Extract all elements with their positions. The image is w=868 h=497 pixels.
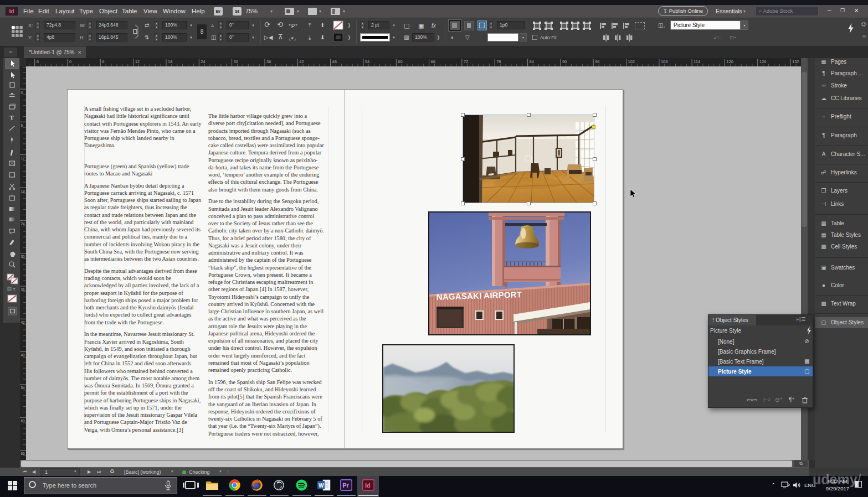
svg-text:0: 0 bbox=[21, 91, 23, 95]
svg-text:0: 0 bbox=[69, 59, 71, 64]
svg-text:42: 42 bbox=[21, 320, 25, 324]
svg-text:84: 84 bbox=[530, 59, 534, 64]
svg-text:6: 6 bbox=[102, 59, 104, 64]
svg-text:108: 108 bbox=[661, 59, 668, 64]
svg-text:Pr: Pr bbox=[343, 482, 349, 489]
svg-text:72: 72 bbox=[464, 59, 468, 64]
svg-text:114: 114 bbox=[694, 59, 700, 64]
svg-text:24: 24 bbox=[201, 59, 205, 64]
svg-text:12: 12 bbox=[21, 156, 25, 160]
svg-text:120: 120 bbox=[727, 59, 734, 64]
svg-text:126: 126 bbox=[759, 59, 767, 64]
svg-text:24: 24 bbox=[21, 222, 25, 226]
svg-text:T: T bbox=[13, 287, 16, 292]
svg-text:60: 60 bbox=[21, 419, 25, 423]
svg-text:12: 12 bbox=[135, 59, 140, 64]
svg-text:48: 48 bbox=[21, 353, 25, 357]
svg-text:6: 6 bbox=[21, 123, 23, 127]
svg-text:48: 48 bbox=[332, 59, 337, 64]
svg-text:18: 18 bbox=[21, 189, 25, 193]
svg-text:102: 102 bbox=[628, 59, 635, 64]
svg-text:96: 96 bbox=[595, 59, 599, 64]
svg-text:54: 54 bbox=[21, 386, 25, 390]
svg-text:36: 36 bbox=[21, 288, 25, 292]
svg-text:54: 54 bbox=[365, 59, 369, 64]
svg-text:Id: Id bbox=[365, 482, 370, 489]
svg-text:132: 132 bbox=[792, 59, 799, 64]
svg-text:T: T bbox=[10, 114, 14, 121]
svg-text:18: 18 bbox=[168, 59, 172, 64]
svg-text:30: 30 bbox=[21, 255, 25, 258]
svg-text:90: 90 bbox=[562, 59, 567, 64]
svg-text:W: W bbox=[319, 483, 324, 489]
svg-text:6: 6 bbox=[37, 59, 39, 64]
svg-text:66: 66 bbox=[21, 452, 25, 455]
svg-text:42: 42 bbox=[299, 59, 304, 64]
svg-text:78: 78 bbox=[496, 59, 501, 64]
svg-text:60: 60 bbox=[398, 59, 402, 64]
svg-text:36: 36 bbox=[266, 59, 271, 64]
svg-text:66: 66 bbox=[431, 59, 435, 64]
svg-text:30: 30 bbox=[234, 59, 238, 64]
